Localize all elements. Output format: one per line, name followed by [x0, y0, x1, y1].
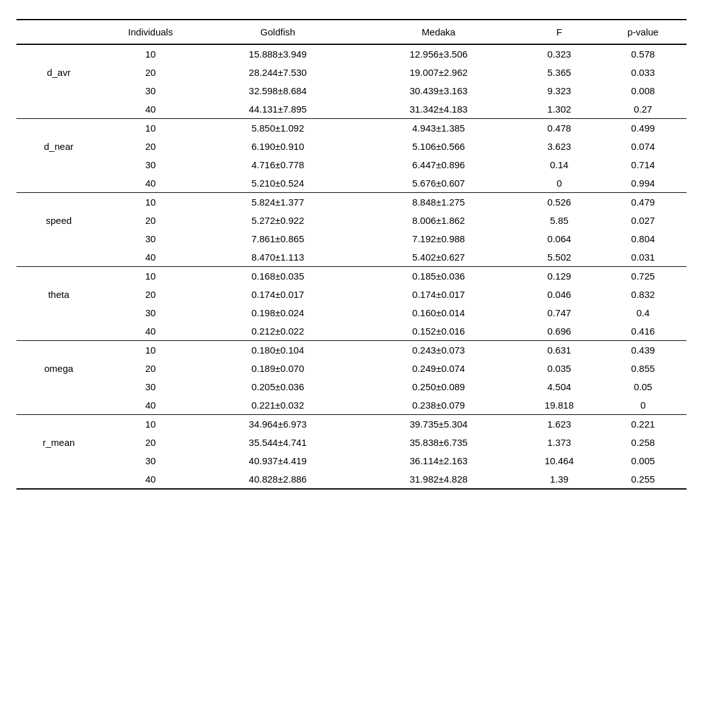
table-row: d_near206.190±0.9105.106±0.5663.6230.074 [16, 137, 687, 156]
table-wrapper: Individuals Goldfish Medaka F p-value 10… [16, 19, 687, 490]
cell-medaka: 12.956±3.506 [358, 44, 519, 63]
cell-medaka: 31.342±4.183 [358, 100, 519, 119]
cell-pvalue: 0.994 [599, 174, 687, 193]
cell-goldfish: 7.861±0.865 [197, 230, 358, 248]
cell-goldfish: 0.168±0.035 [197, 267, 358, 286]
cell-individuals: 40 [104, 396, 197, 415]
cell-medaka: 19.007±2.962 [358, 63, 519, 82]
cell-individuals: 10 [104, 44, 197, 63]
section-label-cell [16, 304, 104, 322]
cell-pvalue: 0.05 [599, 378, 687, 396]
cell-individuals: 10 [104, 193, 197, 212]
cell-f: 0.526 [519, 193, 599, 212]
cell-pvalue: 0.4 [599, 304, 687, 322]
cell-goldfish: 0.189±0.070 [197, 359, 358, 378]
cell-pvalue: 0.255 [599, 470, 687, 489]
section-label-cell [16, 82, 104, 100]
col-header-pvalue: p-value [599, 20, 687, 44]
cell-goldfish: 35.544±4.741 [197, 433, 358, 452]
cell-medaka: 36.114±2.163 [358, 452, 519, 470]
cell-medaka: 8.006±1.862 [358, 211, 519, 230]
cell-individuals: 30 [104, 82, 197, 100]
cell-medaka: 6.447±0.896 [358, 156, 519, 174]
cell-individuals: 10 [104, 341, 197, 360]
section-label-cell: omega [16, 359, 104, 378]
table-row: 400.221±0.0320.238±0.07919.8180 [16, 396, 687, 415]
cell-f: 5.502 [519, 248, 599, 267]
section-label-cell: theta [16, 285, 104, 304]
section-label-cell [16, 119, 104, 138]
cell-f: 3.623 [519, 137, 599, 156]
cell-medaka: 4.943±1.385 [358, 119, 519, 138]
cell-individuals: 40 [104, 174, 197, 193]
table-row: 105.850±1.0924.943±1.3850.4780.499 [16, 119, 687, 138]
section-label-cell [16, 100, 104, 119]
cell-goldfish: 0.205±0.036 [197, 378, 358, 396]
table-row: omega200.189±0.0700.249±0.0740.0350.855 [16, 359, 687, 378]
cell-individuals: 10 [104, 267, 197, 286]
section-label-cell [16, 322, 104, 341]
cell-f: 0.035 [519, 359, 599, 378]
cell-individuals: 30 [104, 378, 197, 396]
cell-medaka: 0.243±0.073 [358, 341, 519, 360]
section-label-cell [16, 230, 104, 248]
cell-f: 5.85 [519, 211, 599, 230]
cell-pvalue: 0.074 [599, 137, 687, 156]
cell-medaka: 0.250±0.089 [358, 378, 519, 396]
cell-individuals: 40 [104, 248, 197, 267]
cell-pvalue: 0.804 [599, 230, 687, 248]
cell-medaka: 0.152±0.016 [358, 322, 519, 341]
section-label-cell: d_near [16, 137, 104, 156]
cell-f: 0.064 [519, 230, 599, 248]
cell-individuals: 30 [104, 230, 197, 248]
cell-pvalue: 0.027 [599, 211, 687, 230]
col-header-individuals: Individuals [104, 20, 197, 44]
cell-pvalue: 0.008 [599, 82, 687, 100]
section-label-cell [16, 174, 104, 193]
cell-f: 0.747 [519, 304, 599, 322]
section-label-cell: r_mean [16, 433, 104, 452]
cell-goldfish: 40.828±2.886 [197, 470, 358, 489]
cell-individuals: 20 [104, 285, 197, 304]
cell-pvalue: 0.221 [599, 415, 687, 434]
section-label-cell [16, 341, 104, 360]
cell-goldfish: 0.180±0.104 [197, 341, 358, 360]
cell-goldfish: 32.598±8.684 [197, 82, 358, 100]
table-row: theta200.174±0.0170.174±0.0170.0460.832 [16, 285, 687, 304]
table-row: 105.824±1.3778.848±1.2750.5260.479 [16, 193, 687, 212]
col-header-f: F [519, 20, 599, 44]
table-row: d_avr2028.244±7.53019.007±2.9625.3650.03… [16, 63, 687, 82]
cell-f: 1.39 [519, 470, 599, 489]
cell-goldfish: 34.964±6.973 [197, 415, 358, 434]
cell-pvalue: 0 [599, 396, 687, 415]
cell-pvalue: 0.714 [599, 156, 687, 174]
table-row: 300.198±0.0240.160±0.0140.7470.4 [16, 304, 687, 322]
cell-f: 19.818 [519, 396, 599, 415]
cell-medaka: 8.848±1.275 [358, 193, 519, 212]
table-row: 100.168±0.0350.185±0.0360.1290.725 [16, 267, 687, 286]
cell-pvalue: 0.439 [599, 341, 687, 360]
section-label-cell: d_avr [16, 63, 104, 82]
section-label-cell: speed [16, 211, 104, 230]
table-header: Individuals Goldfish Medaka F p-value [16, 20, 687, 44]
table-row: 304.716±0.7786.447±0.8960.140.714 [16, 156, 687, 174]
cell-medaka: 0.174±0.017 [358, 285, 519, 304]
cell-goldfish: 5.824±1.377 [197, 193, 358, 212]
table-row: 405.210±0.5245.676±0.60700.994 [16, 174, 687, 193]
cell-f: 0.696 [519, 322, 599, 341]
cell-f: 10.464 [519, 452, 599, 470]
col-header-goldfish: Goldfish [197, 20, 358, 44]
cell-f: 5.365 [519, 63, 599, 82]
cell-f: 4.504 [519, 378, 599, 396]
cell-medaka: 35.838±6.735 [358, 433, 519, 452]
section-label-cell [16, 156, 104, 174]
section-label-cell [16, 396, 104, 415]
cell-f: 0.046 [519, 285, 599, 304]
cell-individuals: 30 [104, 304, 197, 322]
table-row: 1015.888±3.94912.956±3.5060.3230.578 [16, 44, 687, 63]
cell-goldfish: 6.190±0.910 [197, 137, 358, 156]
cell-individuals: 20 [104, 63, 197, 82]
cell-goldfish: 15.888±3.949 [197, 44, 358, 63]
cell-individuals: 20 [104, 433, 197, 452]
table-body: 1015.888±3.94912.956±3.5060.3230.578d_av… [16, 44, 687, 489]
